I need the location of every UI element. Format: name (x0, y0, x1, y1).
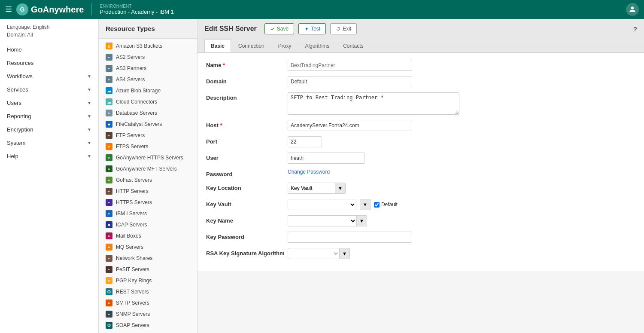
name-label: Name * (206, 60, 288, 68)
sidebar-item-encryption[interactable]: Encryption ▼ (0, 123, 98, 136)
list-item[interactable]: ☁ Cloud Connectors (99, 96, 197, 107)
hamburger-menu[interactable]: ☰ (5, 5, 12, 14)
database-label: Database Servers (116, 110, 157, 116)
as4-label: AS4 Servers (116, 76, 145, 82)
sidebar-meta: Language: English Domain: All (0, 24, 98, 43)
sidebar-item-encryption-label: Encryption (7, 126, 33, 133)
tab-contacts[interactable]: Contacts (337, 39, 370, 52)
list-item[interactable]: ▪ GoAnywhere HTTPS Servers (99, 152, 197, 163)
tab-basic[interactable]: Basic (204, 39, 231, 52)
app-logo: G GoAnywhere (16, 3, 84, 15)
key-name-dropdown-btn[interactable]: ▼ (356, 215, 367, 226)
description-textarea[interactable] (288, 92, 459, 115)
main-content: Edit SSH Server Save Test Exit ? Basic C… (197, 19, 644, 333)
exit-label: Exit (343, 26, 351, 32)
filecatalyst-icon: ● (106, 121, 112, 128)
list-item[interactable]: ▪ Database Servers (99, 107, 197, 119)
list-item[interactable]: ⚙ REST Servers (99, 286, 197, 297)
list-item[interactable]: ▪ HTTPS Servers (99, 197, 197, 208)
list-item[interactable]: ▪ FTP Servers (99, 130, 197, 141)
list-item[interactable]: ⚙ SOAP Servers (99, 320, 197, 331)
list-item[interactable]: ▪ GoFast Servers (99, 174, 197, 186)
list-item[interactable]: ▪ Network Shares (99, 253, 197, 264)
sidebar-item-users[interactable]: Users ▼ (0, 96, 98, 110)
key-vault-dropdown-btn[interactable]: ▼ (360, 199, 371, 210)
list-item[interactable]: ● ICAP Servers (99, 219, 197, 230)
sidebar-item-workflows[interactable]: Workflows ▼ (0, 70, 98, 83)
list-item[interactable]: ☁ Azure Blob Storage (99, 85, 197, 96)
azure-icon: ☁ (106, 87, 112, 94)
password-label: Password (206, 169, 288, 177)
list-item-ssh-active[interactable]: ▪ SSH Servers (SFTP/SCP/SSH) (99, 331, 197, 333)
list-item[interactable]: ▪ FTPS Servers (99, 141, 197, 152)
test-icon (304, 26, 309, 31)
default-checkbox[interactable] (374, 202, 380, 208)
as2-icon: ▪ (106, 54, 112, 61)
key-location-dropdown-btn[interactable]: ▼ (335, 183, 346, 194)
list-item[interactable]: ▪ Mail Boxes (99, 230, 197, 241)
test-button[interactable]: Test (298, 23, 326, 34)
form-row-port: Port (206, 136, 635, 147)
key-vault-select[interactable] (288, 199, 356, 210)
list-item[interactable]: ▪ IBM i Servers (99, 208, 197, 219)
rsa-label: RSA Key Signature Algorithm (206, 248, 288, 257)
port-input[interactable] (288, 136, 322, 147)
app-name: GoAnywhere (31, 5, 84, 15)
snmp-icon: ▪ (106, 311, 112, 318)
https-label: HTTPS Servers (116, 199, 152, 205)
domain-input[interactable] (288, 76, 412, 87)
rsa-select[interactable]: ssh-rsa (288, 248, 339, 259)
form-row-key-vault: Key Vault ▼ Default (206, 199, 635, 210)
sidebar-item-reporting[interactable]: Reporting ▼ (0, 110, 98, 123)
key-password-input[interactable] (288, 232, 412, 243)
list-item[interactable]: ▪ MQ Servers (99, 241, 197, 253)
sidebar-item-system[interactable]: System ▼ (0, 136, 98, 150)
list-item[interactable]: ▪ AS4 Servers (99, 74, 197, 85)
form-row-password: Password Change Password (206, 169, 635, 177)
default-checkbox-label[interactable]: Default (374, 202, 398, 208)
tab-algorithms[interactable]: Algorithms (298, 39, 336, 52)
list-item[interactable]: ● FileCatalyst Servers (99, 119, 197, 130)
network-label: Network Shares (116, 255, 152, 261)
list-item[interactable]: ▪ SMTP Servers (99, 297, 197, 309)
rsa-dropdown-btn[interactable]: ▼ (339, 248, 350, 259)
mq-icon: ▪ (106, 244, 112, 251)
list-item[interactable]: ▪ AS2 Servers (99, 52, 197, 63)
name-input[interactable] (288, 60, 412, 71)
http-icon: ▪ (106, 188, 112, 195)
soap-icon: ⚙ (106, 322, 112, 329)
list-item[interactable]: ▪ PeSIT Servers (99, 264, 197, 275)
ibm-label: IBM i Servers (116, 211, 147, 217)
sidebar-item-help-label: Help (7, 153, 18, 159)
ga-https-label: GoAnywhere HTTPS Servers (116, 155, 183, 161)
save-icon (270, 26, 275, 31)
tab-connection[interactable]: Connection (232, 39, 271, 52)
chevron-down-icon: ▼ (87, 87, 91, 92)
change-password-link[interactable]: Change Password (288, 169, 330, 175)
list-item[interactable]: ▪ PGP Key Rings (99, 275, 197, 286)
key-name-group: ▼ (288, 215, 367, 226)
sidebar-item-resources[interactable]: Resources (0, 56, 98, 70)
list-item[interactable]: ▪ HTTP Servers (99, 186, 197, 197)
list-item[interactable]: ▪ AS3 Partners (99, 63, 197, 74)
exit-button[interactable]: Exit (330, 23, 357, 34)
list-item[interactable]: a Amazon S3 Buckets (99, 40, 197, 52)
icap-label: ICAP Servers (116, 222, 147, 228)
sidebar-item-home[interactable]: Home (0, 43, 98, 56)
user-input[interactable] (288, 153, 365, 164)
ftps-label: FTPS Servers (116, 144, 148, 150)
list-item[interactable]: ▪ SNMP Servers (99, 309, 197, 320)
sidebar-item-help[interactable]: Help ▼ (0, 150, 98, 163)
key-name-select[interactable] (288, 215, 356, 226)
host-input[interactable] (288, 120, 412, 131)
help-button[interactable]: ? (633, 25, 637, 33)
tab-proxy[interactable]: Proxy (272, 39, 298, 52)
sidebar-item-services[interactable]: Services ▼ (0, 83, 98, 96)
mail-icon: ▪ (106, 232, 112, 239)
user-icon[interactable] (626, 3, 639, 16)
left-sidebar: Language: English Domain: All Home Resou… (0, 19, 99, 333)
key-location-input[interactable] (288, 183, 335, 194)
save-button[interactable]: Save (264, 23, 294, 34)
list-item[interactable]: ▪ GoAnywhere MFT Servers (99, 163, 197, 174)
page-title: Edit SSH Server (204, 25, 257, 33)
